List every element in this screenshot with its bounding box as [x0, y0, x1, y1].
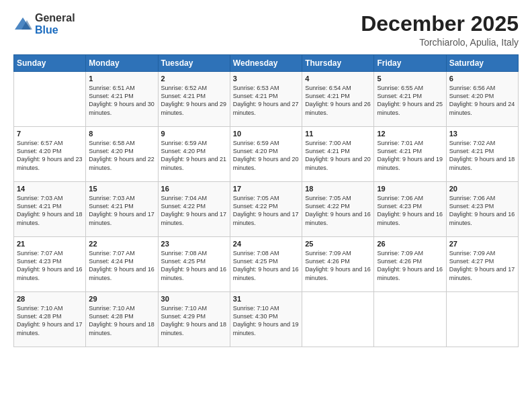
day-number: 14 [17, 185, 83, 193]
table-row: 8Sunrise: 6:58 AMSunset: 4:20 PMDaylight… [86, 127, 158, 182]
cell-content: Sunrise: 7:06 AMSunset: 4:23 PMDaylight:… [377, 194, 443, 227]
table-row: 12Sunrise: 7:01 AMSunset: 4:21 PMDayligh… [374, 127, 446, 182]
calendar-table: Sunday Monday Tuesday Wednesday Thursday… [13, 54, 519, 347]
day-number: 22 [89, 240, 154, 248]
day-number: 23 [161, 240, 227, 248]
cell-content: Sunrise: 7:00 AMSunset: 4:21 PMDaylight:… [305, 139, 371, 172]
cell-content: Sunrise: 7:04 AMSunset: 4:22 PMDaylight:… [161, 194, 227, 227]
table-row: 7Sunrise: 6:57 AMSunset: 4:20 PMDaylight… [14, 127, 86, 182]
day-number: 5 [377, 75, 443, 83]
table-row [302, 292, 374, 347]
table-row: 10Sunrise: 6:59 AMSunset: 4:20 PMDayligh… [230, 127, 302, 182]
cell-content: Sunrise: 7:03 AMSunset: 4:21 PMDaylight:… [17, 194, 83, 227]
day-number: 26 [377, 240, 443, 248]
day-number: 2 [161, 75, 227, 83]
cell-content: Sunrise: 7:09 AMSunset: 4:26 PMDaylight:… [305, 249, 371, 282]
cell-content: Sunrise: 6:55 AMSunset: 4:21 PMDaylight:… [377, 84, 443, 117]
logo-blue-text: Blue [35, 24, 75, 36]
cell-content: Sunrise: 7:10 AMSunset: 4:28 PMDaylight:… [89, 304, 154, 337]
col-wednesday: Wednesday [230, 55, 302, 72]
table-row: 4Sunrise: 6:54 AMSunset: 4:21 PMDaylight… [302, 72, 374, 127]
cell-content: Sunrise: 6:59 AMSunset: 4:20 PMDaylight:… [161, 139, 227, 172]
cell-content: Sunrise: 7:09 AMSunset: 4:26 PMDaylight:… [377, 249, 443, 282]
title-block: December 2025 Torchiarolo, Apulia, Italy [361, 12, 519, 48]
cell-content: Sunrise: 7:07 AMSunset: 4:23 PMDaylight:… [17, 249, 83, 282]
cell-content: Sunrise: 7:07 AMSunset: 4:24 PMDaylight:… [89, 249, 154, 282]
day-number: 27 [449, 240, 515, 248]
day-number: 17 [233, 185, 299, 193]
cell-content: Sunrise: 6:57 AMSunset: 4:20 PMDaylight:… [17, 139, 83, 172]
day-number: 6 [449, 75, 515, 83]
table-row: 31Sunrise: 7:10 AMSunset: 4:30 PMDayligh… [230, 292, 302, 347]
table-row: 27Sunrise: 7:09 AMSunset: 4:27 PMDayligh… [446, 237, 518, 292]
calendar-week-3: 14Sunrise: 7:03 AMSunset: 4:21 PMDayligh… [14, 182, 519, 237]
cell-content: Sunrise: 7:05 AMSunset: 4:22 PMDaylight:… [305, 194, 371, 227]
col-sunday: Sunday [14, 55, 86, 72]
cell-content: Sunrise: 6:51 AMSunset: 4:21 PMDaylight:… [89, 84, 154, 117]
day-number: 25 [305, 240, 371, 248]
table-row [374, 292, 446, 347]
cell-content: Sunrise: 7:01 AMSunset: 4:21 PMDaylight:… [377, 139, 443, 172]
cell-content: Sunrise: 7:10 AMSunset: 4:30 PMDaylight:… [233, 304, 299, 337]
cell-content: Sunrise: 6:58 AMSunset: 4:20 PMDaylight:… [89, 139, 154, 172]
day-number: 3 [233, 75, 299, 83]
cell-content: Sunrise: 6:56 AMSunset: 4:20 PMDaylight:… [449, 84, 515, 117]
table-row: 15Sunrise: 7:03 AMSunset: 4:21 PMDayligh… [86, 182, 158, 237]
table-row: 21Sunrise: 7:07 AMSunset: 4:23 PMDayligh… [14, 237, 86, 292]
table-row: 20Sunrise: 7:06 AMSunset: 4:23 PMDayligh… [446, 182, 518, 237]
calendar-week-4: 21Sunrise: 7:07 AMSunset: 4:23 PMDayligh… [14, 237, 519, 292]
calendar-week-5: 28Sunrise: 7:10 AMSunset: 4:28 PMDayligh… [14, 292, 519, 347]
cell-content: Sunrise: 6:54 AMSunset: 4:21 PMDaylight:… [305, 84, 371, 117]
day-number: 28 [17, 295, 83, 303]
day-number: 16 [161, 185, 227, 193]
table-row [14, 72, 86, 127]
table-row: 30Sunrise: 7:10 AMSunset: 4:29 PMDayligh… [158, 292, 230, 347]
calendar-header-row: Sunday Monday Tuesday Wednesday Thursday… [14, 55, 519, 72]
day-number: 7 [17, 130, 83, 138]
day-number: 18 [305, 185, 371, 193]
cell-content: Sunrise: 7:02 AMSunset: 4:21 PMDaylight:… [449, 139, 515, 172]
col-friday: Friday [374, 55, 446, 72]
col-tuesday: Tuesday [158, 55, 230, 72]
day-number: 15 [89, 185, 154, 193]
day-number: 29 [89, 295, 154, 303]
cell-content: Sunrise: 6:53 AMSunset: 4:21 PMDaylight:… [233, 84, 299, 117]
table-row: 29Sunrise: 7:10 AMSunset: 4:28 PMDayligh… [86, 292, 158, 347]
table-row: 11Sunrise: 7:00 AMSunset: 4:21 PMDayligh… [302, 127, 374, 182]
day-number: 19 [377, 185, 443, 193]
cell-content: Sunrise: 7:03 AMSunset: 4:21 PMDaylight:… [89, 194, 154, 227]
table-row: 5Sunrise: 6:55 AMSunset: 4:21 PMDaylight… [374, 72, 446, 127]
table-row: 1Sunrise: 6:51 AMSunset: 4:21 PMDaylight… [86, 72, 158, 127]
table-row: 22Sunrise: 7:07 AMSunset: 4:24 PMDayligh… [86, 237, 158, 292]
table-row [446, 292, 518, 347]
table-row: 26Sunrise: 7:09 AMSunset: 4:26 PMDayligh… [374, 237, 446, 292]
table-row: 9Sunrise: 6:59 AMSunset: 4:20 PMDaylight… [158, 127, 230, 182]
day-number: 10 [233, 130, 299, 138]
page: General Blue December 2025 Torchiarolo, … [0, 0, 532, 411]
day-number: 24 [233, 240, 299, 248]
cell-content: Sunrise: 7:10 AMSunset: 4:28 PMDaylight:… [17, 304, 83, 337]
month-title: December 2025 [361, 12, 519, 36]
logo-general-text: General [35, 12, 75, 24]
table-row: 6Sunrise: 6:56 AMSunset: 4:20 PMDaylight… [446, 72, 518, 127]
logo: General Blue [13, 12, 75, 36]
day-number: 21 [17, 240, 83, 248]
table-row: 19Sunrise: 7:06 AMSunset: 4:23 PMDayligh… [374, 182, 446, 237]
cell-content: Sunrise: 6:59 AMSunset: 4:20 PMDaylight:… [233, 139, 299, 172]
day-number: 8 [89, 130, 154, 138]
calendar-week-2: 7Sunrise: 6:57 AMSunset: 4:20 PMDaylight… [14, 127, 519, 182]
table-row: 2Sunrise: 6:52 AMSunset: 4:21 PMDaylight… [158, 72, 230, 127]
table-row: 25Sunrise: 7:09 AMSunset: 4:26 PMDayligh… [302, 237, 374, 292]
day-number: 31 [233, 295, 299, 303]
col-monday: Monday [86, 55, 158, 72]
day-number: 30 [161, 295, 227, 303]
day-number: 13 [449, 130, 515, 138]
cell-content: Sunrise: 7:09 AMSunset: 4:27 PMDaylight:… [449, 249, 515, 282]
cell-content: Sunrise: 7:06 AMSunset: 4:23 PMDaylight:… [449, 194, 515, 227]
table-row: 18Sunrise: 7:05 AMSunset: 4:22 PMDayligh… [302, 182, 374, 237]
header: General Blue December 2025 Torchiarolo, … [13, 12, 519, 48]
table-row: 24Sunrise: 7:08 AMSunset: 4:25 PMDayligh… [230, 237, 302, 292]
table-row: 23Sunrise: 7:08 AMSunset: 4:25 PMDayligh… [158, 237, 230, 292]
cell-content: Sunrise: 7:08 AMSunset: 4:25 PMDaylight:… [233, 249, 299, 282]
location: Torchiarolo, Apulia, Italy [361, 37, 519, 48]
